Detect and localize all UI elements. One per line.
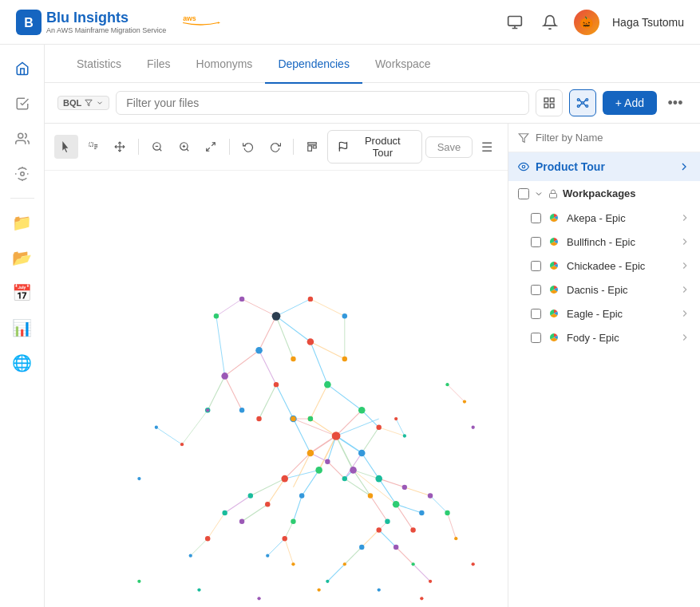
svg-line-49: [208, 376, 224, 410]
epic-fody[interactable]: Fody - Epic: [508, 325, 700, 349]
sidebar-folder-orange-btn[interactable]: 📂: [8, 243, 37, 272]
app-header: B Blu Insights An AWS Mainframe Migratio…: [0, 0, 700, 45]
sidebar-globe-btn[interactable]: 🌐: [8, 349, 37, 377]
filter-input[interactable]: [536, 132, 690, 144]
graph-menu-btn[interactable]: ☰: [476, 136, 498, 158]
svg-point-123: [368, 493, 373, 498]
tab-workspace[interactable]: Workspace: [362, 45, 444, 84]
sidebar-folder-yellow-btn[interactable]: 📁: [8, 208, 37, 237]
add-button[interactable]: + Add: [603, 91, 657, 115]
select-area-tool-btn[interactable]: [81, 135, 105, 159]
search-bar[interactable]: [116, 91, 529, 115]
svg-point-155: [454, 537, 457, 540]
product-tour-btn[interactable]: Product Tour: [327, 130, 422, 164]
notifications-icon[interactable]: [539, 11, 561, 34]
epic-bullfinch[interactable]: Bullfinch - Epic: [508, 230, 700, 254]
svg-point-181: [472, 562, 475, 566]
grid-view-btn[interactable]: [536, 89, 563, 116]
svg-point-152: [410, 527, 415, 532]
tab-statistics[interactable]: Statistics: [64, 45, 134, 84]
svg-point-187: [197, 588, 200, 591]
svg-point-140: [274, 382, 279, 387]
epic-fody-arrow: [679, 332, 690, 343]
sidebar-users-btn[interactable]: [8, 124, 37, 153]
epic-bullfinch-checkbox[interactable]: [531, 237, 541, 247]
expand-icon: [678, 160, 690, 173]
svg-line-47: [327, 384, 362, 410]
zoom-in-btn[interactable]: [172, 135, 196, 159]
svg-line-18: [583, 100, 586, 102]
svg-line-86: [191, 538, 208, 555]
network-graph: [45, 171, 508, 607]
search-input[interactable]: [126, 97, 519, 109]
svg-line-70: [242, 504, 267, 521]
move-tool-btn[interactable]: [108, 135, 132, 159]
sidebar-calendar-btn[interactable]: 📅: [8, 278, 37, 307]
svg-line-114: [345, 479, 370, 495]
undo-btn[interactable]: [236, 135, 260, 159]
epic-eagle-checkbox[interactable]: [531, 309, 541, 319]
epic-dacnis-checkbox[interactable]: [531, 285, 541, 295]
svg-point-148: [214, 313, 219, 318]
epic-akepa-checkbox[interactable]: [531, 213, 541, 223]
workpackages-checkbox[interactable]: [518, 188, 529, 199]
svg-line-103: [285, 538, 294, 564]
epic-akepa[interactable]: Akepa - Epic: [508, 206, 700, 230]
sidebar-chart-btn[interactable]: 📊: [8, 313, 37, 342]
epic-eagle[interactable]: Eagle - Epic: [508, 302, 700, 325]
zoom-out-btn[interactable]: [145, 135, 169, 159]
svg-point-170: [429, 580, 432, 583]
svg-rect-21: [89, 143, 93, 147]
tab-dependencies[interactable]: Dependencies: [265, 45, 362, 84]
main-layout: 📁 📂 📅 📊 🌐 Statistics Files Homonyms Depe…: [0, 45, 700, 607]
save-btn[interactable]: Save: [425, 136, 473, 158]
svg-point-14: [586, 99, 588, 101]
chevron-down-icon: [534, 189, 544, 199]
svg-point-175: [445, 383, 449, 386]
redo-icon: [270, 141, 281, 152]
epic-akepa-name: Akepa - Epic: [567, 212, 673, 224]
svg-point-172: [155, 426, 158, 429]
tab-homonyms[interactable]: Homonyms: [184, 45, 266, 84]
svg-marker-188: [519, 133, 528, 142]
epic-chickadee-checkbox[interactable]: [531, 261, 541, 271]
panel-split: Product Tour Save ☰: [45, 124, 700, 607]
sidebar-settings-btn[interactable]: [8, 160, 37, 188]
product-tour-section-header[interactable]: Product Tour: [508, 152, 700, 181]
svg-text:B: B: [24, 16, 34, 30]
svg-rect-36: [308, 143, 317, 144]
redo-btn[interactable]: [263, 135, 287, 159]
fullscreen-btn[interactable]: [199, 135, 223, 159]
network-view-btn[interactable]: [569, 89, 596, 116]
more-options-btn[interactable]: •••: [663, 91, 687, 115]
epic-dacnis[interactable]: Dacnis - Epic: [508, 278, 700, 302]
svg-point-135: [307, 338, 314, 345]
messages-icon[interactable]: [504, 11, 526, 34]
epic-chickadee[interactable]: Chickadee - Epic: [508, 254, 700, 278]
svg-point-139: [221, 372, 228, 380]
avatar[interactable]: 🎃: [574, 10, 599, 35]
svg-point-117: [307, 450, 314, 457]
cursor-tool-btn[interactable]: [54, 135, 78, 159]
tab-files[interactable]: Files: [134, 45, 184, 84]
epic-fody-checkbox[interactable]: [531, 333, 541, 343]
svg-point-176: [463, 400, 466, 403]
layout-btn[interactable]: [300, 135, 324, 159]
toolbar-sep-3: [293, 139, 294, 155]
svg-point-120: [375, 475, 382, 483]
svg-point-173: [180, 443, 184, 446]
sidebar-home-btn[interactable]: [8, 54, 37, 83]
svg-point-151: [419, 510, 424, 515]
toolbar-sep-1: [138, 139, 139, 155]
header-right: 🎃 Haga Tsutomu: [504, 10, 684, 35]
svg-line-41: [259, 316, 276, 350]
graph-canvas[interactable]: [45, 171, 508, 607]
bql-filter-btn[interactable]: BQL: [57, 96, 109, 110]
sidebar-check-btn[interactable]: [8, 89, 37, 118]
svg-line-95: [336, 410, 362, 436]
svg-line-44: [310, 342, 327, 385]
svg-point-127: [248, 493, 253, 498]
workpackages-header[interactable]: Workpackages: [508, 181, 700, 206]
svg-point-119: [350, 467, 357, 474]
svg-line-101: [267, 538, 284, 555]
